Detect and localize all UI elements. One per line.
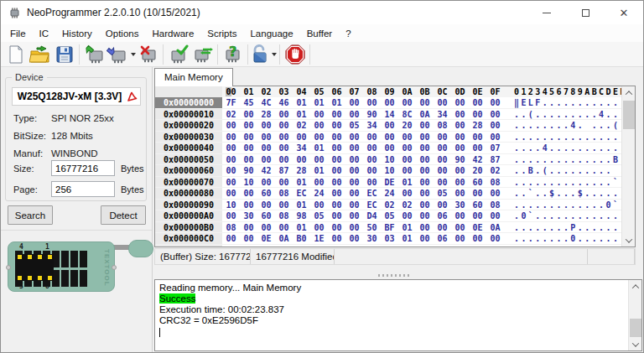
hex-byte-cell[interactable]: 00 — [257, 222, 275, 233]
hex-ascii-cell[interactable]: ‖ELF............ — [514, 97, 621, 108]
hex-byte-cell[interactable]: 00 — [416, 233, 434, 244]
hex-byte-cell[interactable]: 00 — [257, 154, 275, 165]
hex-byte-cell[interactable]: 01 — [398, 233, 416, 244]
hex-byte-cell[interactable]: 01 — [293, 97, 310, 108]
menu-item-[interactable]: ? — [339, 26, 357, 41]
hex-byte-cell[interactable]: 05 — [345, 120, 363, 131]
hex-byte-cell[interactable]: 00 — [328, 210, 345, 221]
hex-byte-cell[interactable]: 00 — [345, 109, 363, 120]
hex-byte-cell[interactable]: 87 — [486, 154, 504, 165]
hex-byte-cell[interactable]: 00 — [416, 120, 434, 131]
hex-byte-cell[interactable]: 00 — [257, 245, 275, 247]
hex-byte-cell[interactable]: 10 — [240, 177, 257, 188]
hex-byte-cell[interactable]: 02 — [222, 109, 240, 120]
hex-byte-cell[interactable]: EC — [293, 188, 310, 199]
minimize-button[interactable] — [527, 1, 566, 24]
write-chip-button[interactable] — [106, 43, 136, 65]
hex-byte-cell[interactable]: 00 — [240, 109, 257, 120]
hex-byte-cell[interactable]: 00 — [434, 143, 451, 153]
hex-byte-cell[interactable]: 0A — [275, 233, 293, 244]
detect-button[interactable]: Detect — [101, 205, 146, 225]
hex-byte-cell[interactable]: 00 — [240, 200, 257, 210]
hex-byte-cell[interactable]: 10 — [222, 200, 240, 210]
hex-byte-cell[interactable]: 00 — [310, 132, 328, 143]
hex-byte-cell[interactable]: 00 — [398, 188, 416, 199]
hex-byte-cell[interactable]: 00 — [363, 165, 381, 176]
hex-byte-cell[interactable]: 30 — [451, 200, 469, 210]
hex-byte-cell[interactable]: 02 — [398, 200, 416, 210]
hex-byte-cell[interactable]: 42 — [257, 165, 275, 176]
hex-byte-cell[interactable]: B0 — [293, 233, 310, 244]
hex-byte-cell[interactable]: 90 — [363, 109, 381, 120]
hex-byte-cell[interactable]: 34 — [434, 109, 451, 120]
scroll-down-arrow[interactable] — [622, 234, 636, 247]
hex-byte-cell[interactable]: 00 — [240, 120, 257, 131]
hex-byte-cell[interactable]: 00 — [486, 132, 504, 143]
hex-byte-cell[interactable]: 00 — [416, 222, 434, 233]
hex-byte-cell[interactable]: 08 — [486, 200, 504, 210]
scroll-down-arrow[interactable] — [629, 338, 642, 350]
hex-byte-cell[interactable]: 28 — [469, 120, 486, 131]
hex-byte-cell[interactable]: 14 — [381, 109, 398, 120]
hex-ascii-cell[interactable]: ..(.........4... — [514, 109, 621, 120]
hex-byte-cell[interactable]: EC — [363, 200, 381, 210]
hex-byte-cell[interactable]: 00 — [451, 143, 469, 153]
maximize-button[interactable] — [566, 1, 605, 24]
hex-byte-cell[interactable]: 00 — [416, 188, 434, 199]
hex-byte-cell[interactable]: 00 — [398, 97, 416, 108]
hex-byte-cell[interactable]: 00 — [398, 143, 416, 153]
hex-byte-cell[interactable]: 00 — [222, 165, 240, 176]
search-button[interactable]: Search — [8, 205, 53, 225]
hex-byte-cell[interactable]: 20 — [398, 120, 416, 131]
hex-byte-cell[interactable]: 00 — [222, 132, 240, 143]
device-name-box[interactable]: W25Q128JV-xM [3.3V] — [12, 87, 141, 106]
hex-byte-cell[interactable]: 00 — [275, 143, 293, 153]
hex-byte-cell[interactable]: 00 — [222, 233, 240, 244]
hex-byte-cell[interactable]: 60 — [469, 177, 486, 188]
hex-byte-cell[interactable]: 00 — [275, 120, 293, 131]
hex-byte-cell[interactable]: 08 — [275, 210, 293, 221]
hex-ascii-cell[interactable]: ........4. ...(. — [514, 120, 621, 131]
hex-byte-cell[interactable]: 00 — [257, 200, 275, 210]
hex-ascii-cell[interactable]: ........P....... — [514, 222, 621, 233]
menu-item-history[interactable]: History — [55, 26, 99, 41]
hex-byte-cell[interactable]: 01 — [310, 165, 328, 176]
hex-byte-cell[interactable]: 02 — [486, 165, 504, 176]
hex-byte-cell[interactable]: 00 — [469, 132, 486, 143]
hex-byte-cell[interactable]: 05 — [469, 245, 486, 247]
hex-byte-cell[interactable]: 00 — [275, 245, 293, 247]
pdf-datasheet-icon[interactable] — [127, 91, 138, 102]
hex-byte-cell[interactable]: 00 — [293, 132, 310, 143]
hex-byte-cell[interactable]: 00 — [310, 245, 328, 247]
hex-byte-cell[interactable]: 00 — [328, 109, 345, 120]
hex-byte-cell[interactable]: 02 — [293, 120, 310, 131]
hex-byte-cell[interactable]: 00 — [381, 132, 398, 143]
close-button[interactable]: ✕ — [605, 1, 643, 24]
hex-byte-cell[interactable]: 00 — [345, 143, 363, 153]
hex-byte-cell[interactable]: 01 — [293, 109, 310, 120]
menu-item-options[interactable]: Options — [99, 26, 146, 41]
hex-ascii-cell[interactable]: ..............B. — [514, 154, 621, 165]
hex-byte-cell[interactable]: 24 — [310, 188, 328, 199]
hex-byte-cell[interactable]: 00 — [398, 245, 416, 247]
hex-byte-cell[interactable]: 00 — [345, 222, 363, 233]
hex-byte-cell[interactable]: 00 — [416, 177, 434, 188]
hex-byte-cell[interactable]: 00 — [469, 97, 486, 108]
hex-byte-cell[interactable]: 06 — [434, 210, 451, 221]
hex-byte-cell[interactable]: 00 — [240, 143, 257, 153]
hex-byte-cell[interactable]: 00 — [222, 154, 240, 165]
hex-byte-cell[interactable]: 00 — [257, 177, 275, 188]
hex-byte-cell[interactable]: 00 — [222, 245, 240, 247]
log-splitter[interactable] — [154, 272, 636, 278]
open-file-button[interactable] — [28, 43, 52, 65]
hex-byte-cell[interactable]: 00 — [451, 222, 469, 233]
hex-byte-cell[interactable]: 00 — [469, 233, 486, 244]
hex-byte-cell[interactable]: 60 — [469, 200, 486, 210]
hex-ascii-cell[interactable]: ........0....... — [514, 233, 621, 244]
hex-byte-cell[interactable]: 00 — [451, 120, 469, 131]
hex-byte-cell[interactable]: 00 — [345, 165, 363, 176]
hex-byte-cell[interactable]: 10 — [381, 165, 398, 176]
hex-byte-cell[interactable]: 0A — [486, 222, 504, 233]
read-chip-button[interactable] — [82, 43, 106, 65]
hex-byte-cell[interactable]: 00 — [222, 210, 240, 221]
